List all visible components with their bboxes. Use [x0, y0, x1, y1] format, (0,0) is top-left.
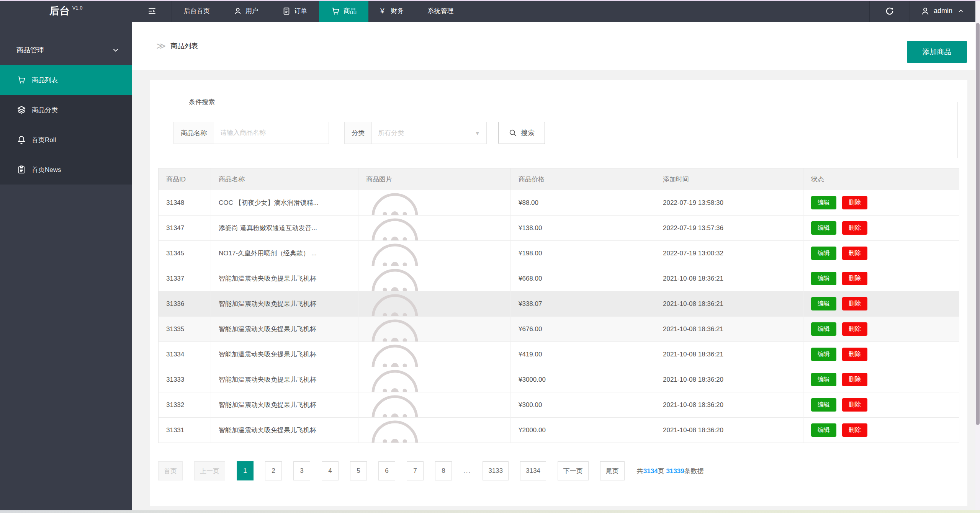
- delete-button[interactable]: 删除: [842, 348, 867, 361]
- pager-next-button[interactable]: 下一页: [558, 461, 589, 480]
- column-header: 商品名称: [211, 168, 358, 190]
- goods-time-cell: 2021-10-08 18:36:21: [655, 342, 803, 367]
- delete-button[interactable]: 删除: [842, 196, 867, 209]
- goods-id-cell: 31348: [159, 190, 211, 216]
- goods-price-cell: ¥338.07: [511, 291, 655, 317]
- nav-item-4[interactable]: ¥财务: [368, 0, 416, 22]
- sidebar-item-2[interactable]: 首页Roll: [0, 125, 132, 155]
- goods-status-cell: 编辑删除: [803, 418, 959, 443]
- broken-image-placeholder-icon: [366, 392, 510, 417]
- sidebar-item-0-active[interactable]: 商品列表: [0, 65, 132, 95]
- edit-button[interactable]: 编辑: [811, 322, 836, 336]
- goods-price-cell: ¥668.00: [511, 266, 655, 291]
- table-row: 31334智能加温震动夹吸免提果儿飞机杯¥419.002021-10-08 18…: [159, 342, 959, 367]
- goods-time-cell: 2021-10-08 18:36:21: [655, 317, 803, 342]
- user-menu[interactable]: admin: [910, 0, 975, 22]
- delete-button[interactable]: 删除: [842, 373, 867, 386]
- pager-page-1-current[interactable]: 1: [237, 461, 254, 480]
- sidebar-item-1[interactable]: 商品分类: [0, 95, 132, 125]
- pager-page-6[interactable]: 6: [378, 461, 395, 480]
- cart-icon: [16, 75, 26, 85]
- nav-item-label: 订单: [294, 7, 307, 15]
- goods-name-cell: 智能加温震动夹吸免提果儿飞机杯: [211, 291, 358, 317]
- category-select[interactable]: 所有分类 ▼: [372, 122, 487, 144]
- sidebar-toggle-button[interactable]: [132, 0, 172, 22]
- goods-image-cell: [358, 392, 511, 418]
- sidebar-item-label: 商品分类: [32, 106, 58, 114]
- goods-price-cell: ¥88.00: [511, 190, 655, 216]
- goods-image-cell: [358, 317, 511, 342]
- nav-item-1[interactable]: 用户: [222, 0, 270, 22]
- nav-item-2[interactable]: 订单: [270, 0, 319, 22]
- pager-page-3134[interactable]: 3134: [520, 461, 546, 480]
- pager-page-5[interactable]: 5: [350, 461, 367, 480]
- edit-button[interactable]: 编辑: [811, 398, 836, 412]
- pager-page-2[interactable]: 2: [265, 461, 282, 480]
- broken-image-placeholder-icon: [366, 418, 510, 443]
- edit-button[interactable]: 编辑: [811, 297, 836, 310]
- total-records: 31339: [666, 467, 684, 475]
- refresh-button[interactable]: [869, 0, 910, 22]
- yen-icon: ¥: [380, 7, 388, 15]
- pager-page-4[interactable]: 4: [322, 461, 339, 480]
- vertical-scrollbar[interactable]: [975, 1, 980, 510]
- pager-prev-button[interactable]: 上一页: [194, 461, 225, 480]
- goods-image-cell: [358, 266, 511, 291]
- table-row: 31345NO17-久皇外用喷剂（经典款） ...¥198.002022-07-…: [159, 241, 959, 266]
- column-header: 商品ID: [159, 168, 211, 190]
- top-navbar: 后台 V1.0 后台首页用户订单商品¥财务系统管理 admin: [0, 0, 975, 22]
- goods-image-cell: [358, 216, 511, 241]
- delete-button[interactable]: 删除: [842, 322, 867, 336]
- breadcrumb-arrows-icon: ≫: [156, 41, 166, 51]
- total-pages: 3134: [643, 467, 658, 475]
- edit-button[interactable]: 编辑: [811, 247, 836, 260]
- delete-button[interactable]: 删除: [842, 297, 867, 310]
- sidebar: 商品管理 商品列表商品分类首页Roll首页News: [0, 22, 132, 510]
- search-icon: [509, 129, 517, 137]
- pager-page-7[interactable]: 7: [407, 461, 424, 480]
- goods-name-cell: 添姿尚 逼真粉嫩双通道互动发音...: [211, 216, 358, 241]
- delete-button[interactable]: 删除: [842, 423, 867, 437]
- pager-page-8[interactable]: 8: [435, 461, 452, 480]
- goods-status-cell: 编辑删除: [803, 392, 959, 418]
- layers-icon: [16, 105, 26, 114]
- edit-button[interactable]: 编辑: [811, 196, 836, 209]
- add-goods-button[interactable]: 添加商品: [907, 41, 967, 63]
- table-row: 31336智能加温震动夹吸免提果儿飞机杯¥338.072021-10-08 18…: [159, 291, 959, 317]
- nav-item-5[interactable]: 系统管理: [416, 0, 466, 22]
- delete-button[interactable]: 删除: [842, 398, 867, 412]
- goods-name-group: 商品名称: [173, 122, 329, 144]
- delete-button[interactable]: 删除: [842, 247, 867, 260]
- edit-button[interactable]: 编辑: [811, 221, 836, 235]
- pager-page-3133[interactable]: 3133: [483, 461, 509, 480]
- goods-name-input[interactable]: [214, 122, 329, 144]
- goods-name-cell: 智能加温震动夹吸免提果儿飞机杯: [211, 367, 358, 392]
- pager-first-button[interactable]: 首页: [158, 461, 183, 480]
- pager-last-button[interactable]: 尾页: [600, 461, 625, 480]
- pager-summary: 共3134页 31339条数据: [637, 467, 704, 475]
- goods-price-cell: ¥198.00: [511, 241, 655, 266]
- table-row: 31331智能加温震动夹吸免提果儿飞机杯¥2000.002021-10-08 1…: [159, 418, 959, 443]
- delete-button[interactable]: 删除: [842, 272, 867, 285]
- delete-button[interactable]: 删除: [842, 221, 867, 235]
- nav-item-3-active[interactable]: 商品: [319, 0, 368, 22]
- search-button[interactable]: 搜索: [498, 122, 545, 144]
- scrollbar-thumb[interactable]: [976, 23, 980, 425]
- edit-button[interactable]: 编辑: [811, 348, 836, 361]
- goods-time-cell: 2021-10-08 18:36:20: [655, 392, 803, 418]
- pager-page-3[interactable]: 3: [293, 461, 310, 480]
- sidebar-group-label: 商品管理: [16, 46, 44, 55]
- edit-button[interactable]: 编辑: [811, 423, 836, 437]
- sidebar-group-goods[interactable]: 商品管理: [0, 35, 132, 65]
- nav-item-0[interactable]: 后台首页: [172, 0, 222, 22]
- goods-image-cell: [358, 241, 511, 266]
- broken-image-placeholder-icon: [366, 342, 510, 367]
- edit-button[interactable]: 编辑: [811, 373, 836, 386]
- broken-image-placeholder-icon: [366, 317, 510, 341]
- goods-table: 商品ID商品名称商品图片商品价格添加时间状态 31348COC 【初夜少女】滴水…: [158, 168, 959, 443]
- sidebar-item-3[interactable]: 首页News: [0, 155, 132, 185]
- pagination: 首页上一页12345678...31333134下一页尾页共3134页 3133…: [158, 461, 967, 480]
- navbar-menu: 后台首页用户订单商品¥财务系统管理: [172, 0, 466, 22]
- goods-status-cell: 编辑删除: [803, 367, 959, 392]
- edit-button[interactable]: 编辑: [811, 272, 836, 285]
